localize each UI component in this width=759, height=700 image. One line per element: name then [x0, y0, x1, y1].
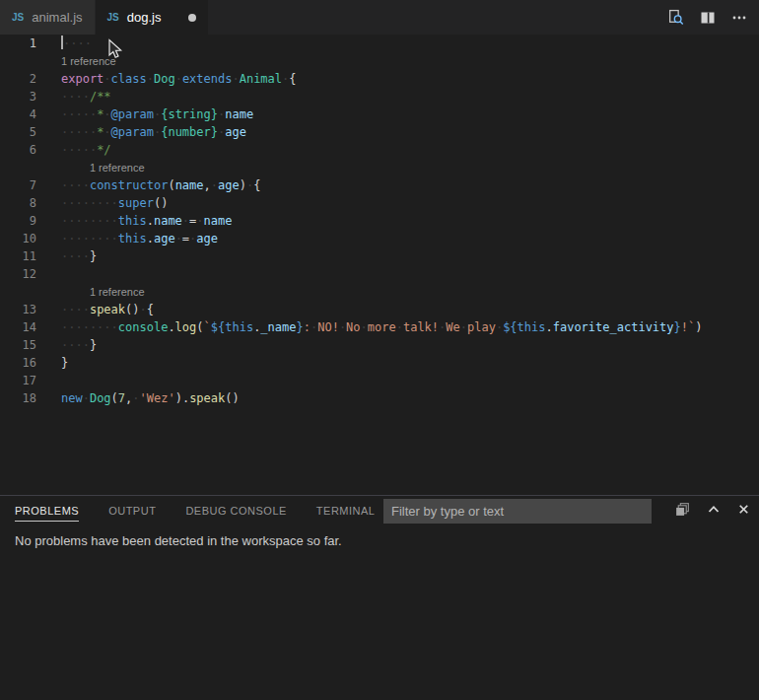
whitespace-dots: ········	[61, 214, 118, 228]
code-editor[interactable]: 1····1 reference2export·class·Dog·extend…	[0, 35, 759, 495]
whitespace-dots: ·	[139, 303, 146, 316]
code-token: Animal	[240, 72, 282, 86]
codelens-row[interactable]: 1 reference	[0, 283, 759, 301]
code-line[interactable]: 16}	[0, 354, 759, 372]
code-line[interactable]: 5·····*·@param·{number}·age	[0, 123, 759, 141]
codelens-reference-link[interactable]: 1 reference	[61, 55, 116, 67]
code-content: ····}	[36, 336, 97, 354]
code-token: {	[289, 72, 296, 86]
code-token: Dog	[90, 391, 111, 405]
code-token: }	[90, 338, 97, 352]
panel-tab-terminal[interactable]: TERMINAL	[316, 500, 376, 522]
code-token: age	[154, 232, 175, 245]
code-token: */	[97, 143, 110, 157]
code-token: }	[296, 320, 303, 334]
code-token: (	[111, 391, 118, 405]
code-line[interactable]: 4·····*·@param·{string}·name	[0, 105, 759, 123]
panel-tab-output[interactable]: OUTPUT	[108, 500, 156, 522]
code-token: No	[346, 320, 360, 334]
open-preview-icon[interactable]	[667, 9, 684, 26]
code-token: .	[147, 214, 154, 228]
code-token: constructor	[90, 178, 168, 192]
codelens-row[interactable]: 1 reference	[0, 52, 759, 70]
unsaved-changes-dot[interactable]	[188, 14, 196, 22]
code-line[interactable]: 3····/**	[0, 88, 759, 105]
maximize-panel-icon[interactable]	[706, 502, 722, 518]
more-actions-icon[interactable]	[731, 10, 747, 26]
code-line[interactable]: 1····	[0, 35, 759, 52]
codelens-reference-link[interactable]: 1 reference	[61, 286, 145, 298]
code-token: favorite_activity	[553, 320, 674, 334]
code-line[interactable]: 12	[0, 265, 759, 283]
code-token: (	[196, 320, 203, 334]
line-number: 10	[0, 230, 36, 247]
code-token: .	[545, 320, 552, 334]
whitespace-dots: ········	[61, 232, 118, 245]
code-token: @param	[111, 107, 154, 121]
whitespace-dots: ·····	[61, 107, 97, 121]
tab-animal-js[interactable]: JS animal.js	[0, 0, 96, 35]
code-token: log	[175, 320, 197, 334]
line-number: 18	[0, 389, 36, 407]
code-content: ·····*/	[36, 141, 111, 159]
code-content	[36, 372, 61, 389]
code-token: age	[218, 178, 240, 192]
code-content: new·Dog(7,·'Wez').speak()	[36, 389, 240, 407]
code-line[interactable]: 9········this.name·=·name	[0, 212, 759, 230]
code-line[interactable]: 18new·Dog(7,·'Wez').speak()	[0, 389, 759, 407]
whitespace-dots: ·	[232, 72, 239, 86]
code-token: speak	[90, 303, 125, 316]
problems-filter-input[interactable]	[383, 499, 652, 524]
line-number	[0, 159, 36, 176]
editor-actions	[667, 0, 759, 35]
panel-actions	[674, 501, 751, 518]
code-line[interactable]: 14········console.log(`${this._name}:·NO…	[0, 318, 759, 336]
code-line[interactable]: 13····speak()·{	[0, 301, 759, 318]
code-line[interactable]: 15····}	[0, 336, 759, 354]
code-token: class	[111, 72, 147, 86]
code-token: !`	[681, 320, 695, 334]
problems-panel: PROBLEMS OUTPUT DEBUG CONSOLE TERMINAL	[0, 495, 759, 700]
code-token: ()	[225, 391, 239, 405]
code-token: age	[225, 125, 246, 139]
line-number: 7	[0, 176, 36, 194]
whitespace-dots: ·	[175, 232, 182, 245]
codelens-row[interactable]: 1 reference	[0, 159, 759, 176]
panel-tab-debug-console[interactable]: DEBUG CONSOLE	[185, 500, 286, 522]
whitespace-dots: ·	[361, 320, 368, 334]
tab-dog-js[interactable]: JS dog.js	[96, 0, 209, 35]
line-number: 14	[0, 318, 36, 336]
whitespace-dots: ·	[175, 72, 182, 86]
line-number: 15	[0, 336, 36, 354]
code-line[interactable]: 8········super()	[0, 194, 759, 212]
code-line[interactable]: 6·····*/	[0, 141, 759, 159]
panel-header: PROBLEMS OUTPUT DEBUG CONSOLE TERMINAL	[0, 496, 759, 525]
code-token: )	[175, 391, 182, 405]
code-token: age	[196, 232, 218, 245]
whitespace-dots: ····	[61, 178, 90, 192]
panel-tab-problems[interactable]: PROBLEMS	[15, 500, 79, 522]
code-line[interactable]: 10········this.age·=·age	[0, 230, 759, 247]
codelens-content: 1 reference	[36, 159, 145, 176]
code-line[interactable]: 7····constructor(name,·age)·{	[0, 176, 759, 194]
line-number: 13	[0, 301, 36, 318]
code-line[interactable]: 2export·class·Dog·extends·Animal·{	[0, 70, 759, 88]
line-number	[0, 52, 36, 70]
split-editor-icon[interactable]	[700, 10, 716, 26]
collapse-all-icon[interactable]	[674, 501, 691, 518]
line-number	[0, 283, 36, 301]
code-token: }	[674, 320, 681, 334]
code-token: )	[240, 178, 246, 192]
whitespace-dots: ·	[104, 125, 110, 139]
code-token: super	[118, 196, 154, 210]
whitespace-dots: ····	[61, 338, 90, 352]
whitespace-dots: ····	[63, 36, 92, 50]
code-line[interactable]: 17	[0, 372, 759, 389]
problems-message: No problems have been detected in the wo…	[15, 533, 759, 548]
codelens-reference-link[interactable]: 1 reference	[61, 162, 145, 174]
code-token: extends	[182, 72, 233, 86]
line-number: 5	[0, 123, 36, 141]
code-line[interactable]: 11····}	[0, 247, 759, 265]
code-token: NO!	[317, 320, 339, 334]
close-panel-icon[interactable]	[736, 502, 751, 517]
